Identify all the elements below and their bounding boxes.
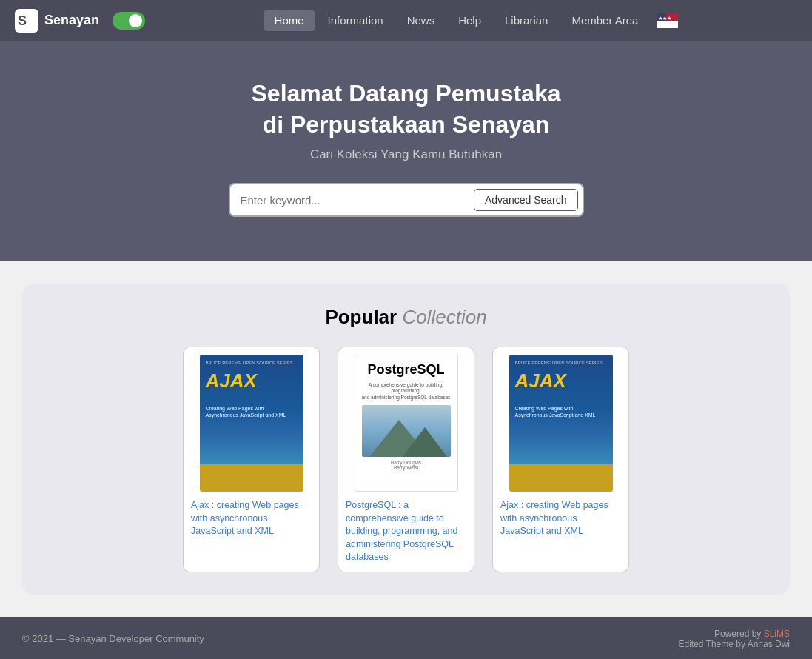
- book-card[interactable]: BRUCE PERENS' OPEN SOURCE SERIES AJAX Cr…: [183, 347, 320, 572]
- nav-member-area[interactable]: Member Area: [561, 10, 648, 31]
- book-cover-ajax2: BRUCE PERENS' OPEN SOURCE SERIES AJAX Cr…: [509, 355, 613, 492]
- flag-icon[interactable]: ★★★: [657, 13, 678, 28]
- book-title-ajax1: Ajax : creating Web pages with asynchron…: [191, 499, 312, 538]
- nav-information[interactable]: Information: [318, 10, 394, 31]
- mountain-graphic: [362, 405, 451, 457]
- nav-help[interactable]: Help: [448, 10, 491, 31]
- hero-subtitle: Cari Koleksi Yang Kamu Butuhkan: [15, 147, 797, 162]
- logo-icon: S: [15, 9, 38, 33]
- svg-text:★★★: ★★★: [658, 16, 671, 21]
- book-card[interactable]: PostgreSQL A comprehensive guide to buil…: [338, 347, 474, 572]
- popular-title: Popular Collection: [37, 306, 775, 329]
- books-grid: BRUCE PERENS' OPEN SOURCE SERIES AJAX Cr…: [37, 347, 775, 572]
- svg-text:S: S: [18, 13, 27, 28]
- svg-rect-3: [657, 21, 678, 28]
- footer-copyright: © 2021 — Senayan Developer Community: [22, 633, 204, 644]
- book-title-postgresql: PostgreSQL : a comprehensive guide to bu…: [346, 499, 466, 564]
- footer-right: Powered by SLiMS Edited Theme by Annas D…: [678, 629, 790, 649]
- book-cover-postgresql: PostgreSQL A comprehensive guide to buil…: [355, 355, 458, 492]
- popular-section: Popular Collection BRUCE PERENS' OPEN SO…: [22, 284, 790, 595]
- slims-text: SLiMS: [764, 629, 790, 639]
- header: S Senayan Home Information News Help Lib…: [0, 0, 812, 41]
- toggle-switch[interactable]: [113, 12, 145, 30]
- book-card[interactable]: BRUCE PERENS' OPEN SOURCE SERIES AJAX Cr…: [492, 347, 629, 572]
- main-nav: Home Information News Help Librarian Mem…: [145, 10, 797, 31]
- edited-by: Edited Theme by Annas Dwi: [678, 639, 790, 649]
- nav-news[interactable]: News: [397, 10, 446, 31]
- hero-section: Selamat Datang Pemustaka di Perpustakaan…: [0, 41, 812, 261]
- nav-home[interactable]: Home: [264, 10, 315, 31]
- logo-area: S Senayan: [15, 9, 145, 33]
- footer: © 2021 — Senayan Developer Community Pow…: [0, 617, 812, 659]
- search-input[interactable]: [241, 194, 474, 207]
- powered-by: Powered by SLiMS: [678, 629, 790, 639]
- advanced-search-button[interactable]: Advanced Search: [474, 189, 578, 211]
- book-cover-ajax1: BRUCE PERENS' OPEN SOURCE SERIES AJAX Cr…: [200, 355, 303, 492]
- logo-text: Senayan: [44, 13, 99, 28]
- nav-librarian[interactable]: Librarian: [494, 10, 558, 31]
- hero-title: Selamat Datang Pemustaka di Perpustakaan…: [15, 78, 797, 140]
- search-box: Advanced Search: [229, 183, 584, 217]
- book-title-ajax2: Ajax : creating Web pages with asynchron…: [500, 499, 621, 538]
